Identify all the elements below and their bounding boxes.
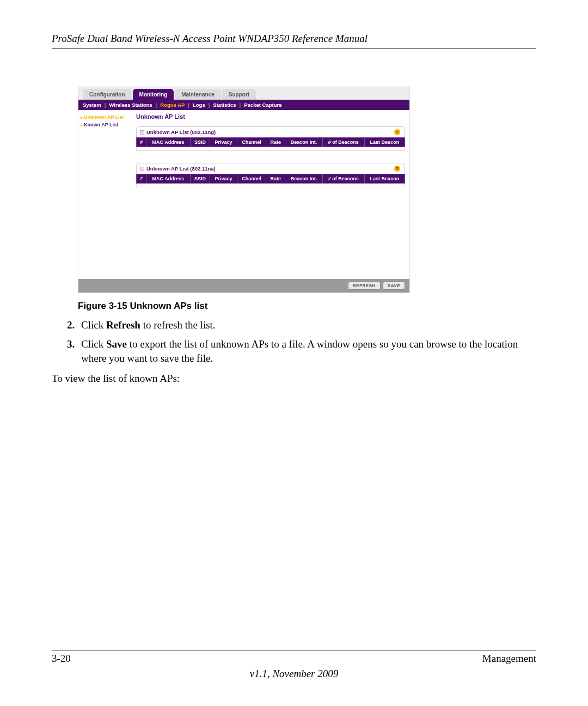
col-num: # (137, 138, 146, 147)
col-mac: MAC Address (146, 174, 190, 184)
step-text-bold: Save (106, 338, 127, 350)
panel-header: Unknown AP List (802.11na) ? (136, 163, 405, 174)
col-rate: Rate (266, 174, 285, 184)
caret-icon: ▸ (81, 123, 83, 127)
separator-icon: | (188, 102, 189, 108)
doc-footer: 3-20 Management v1.1, November 2009 (52, 650, 536, 680)
step-text-bold: Refresh (106, 319, 140, 331)
col-beacons-num: # of Beacons (322, 138, 364, 147)
screenshot-footer: REFRESH SAVE (78, 279, 409, 293)
panel-title-text: Unknown AP List (802.11ng) (146, 129, 216, 135)
subnav-wireless-stations[interactable]: Wireless Stations (109, 102, 152, 108)
step-number: 3. (67, 337, 81, 366)
subnav-packet-capture[interactable]: Packet Capture (244, 102, 281, 108)
sidebar-label: Unknown AP List (84, 114, 124, 120)
step-text: Click Save to export the list of unknown… (81, 337, 536, 366)
step-text-part: to export the list of unknown APs to a f… (81, 338, 518, 364)
col-channel: Channel (237, 174, 266, 184)
col-beacon-int: Beacon Int. (285, 174, 322, 184)
step-2: 2. Click Refresh to refresh the list. (67, 318, 536, 333)
table-empty-row (137, 147, 405, 151)
col-num: # (137, 174, 146, 184)
tab-configuration[interactable]: Configuration (83, 89, 132, 100)
separator-icon: | (240, 102, 241, 108)
sub-nav: System | Wireless Stations | Rogue AP | … (78, 100, 409, 110)
screenshot-body: ▸Unknown AP List ▸Known AP List Unknown … (78, 110, 409, 279)
subnav-logs[interactable]: Logs (193, 102, 205, 108)
col-ssid: SSID (190, 174, 210, 184)
panel-toggle-icon[interactable] (140, 130, 144, 135)
doc-header-title: ProSafe Dual Band Wireless-N Access Poin… (52, 33, 536, 48)
col-ssid: SSID (190, 138, 210, 147)
tab-support[interactable]: Support (222, 89, 256, 100)
sidebar-item-unknown-ap[interactable]: ▸Unknown AP List (81, 114, 131, 120)
step-list: 2. Click Refresh to refresh the list. 3.… (67, 318, 536, 366)
help-icon[interactable]: ? (394, 129, 400, 135)
col-privacy: Privacy (210, 138, 237, 147)
panel-header: Unknown AP List (802.11ng) ? (136, 126, 405, 137)
refresh-button[interactable]: REFRESH (348, 282, 381, 290)
step-number: 2. (67, 318, 81, 333)
separator-icon: | (209, 102, 210, 108)
caret-icon: ▸ (81, 115, 83, 120)
figure-caption: Figure 3-15 Unknown APs list (78, 301, 536, 312)
subnav-statistics[interactable]: Statistics (213, 102, 236, 108)
table-empty-row (137, 184, 405, 187)
panel-toggle-icon[interactable] (140, 167, 144, 171)
col-mac: MAC Address (146, 138, 190, 147)
col-channel: Channel (237, 138, 266, 147)
page-number: 3-20 (52, 653, 71, 665)
col-last-beacon: Last Beacon (364, 174, 405, 184)
separator-icon: | (156, 102, 157, 108)
col-rate: Rate (266, 138, 285, 147)
panel-80211ng: Unknown AP List (802.11ng) ? # MAC Addre… (136, 126, 405, 151)
table-80211ng: # MAC Address SSID Privacy Channel Rate … (136, 137, 405, 151)
tab-maintenance[interactable]: Maintenance (175, 89, 221, 100)
step-text: Click Refresh to refresh the list. (81, 318, 536, 333)
col-beacon-int: Beacon Int. (285, 138, 322, 147)
col-privacy: Privacy (210, 174, 237, 184)
col-last-beacon: Last Beacon (364, 138, 405, 147)
top-tabs: Configuration Monitoring Maintenance Sup… (78, 87, 409, 100)
tab-monitoring[interactable]: Monitoring (133, 89, 174, 100)
step-text-part: Click (81, 338, 106, 350)
panel-title-text: Unknown AP List (802.11na) (146, 166, 216, 172)
body-paragraph: To view the list of known APs: (52, 372, 536, 386)
doc-version: v1.1, November 2009 (52, 668, 536, 680)
save-button[interactable]: SAVE (383, 282, 405, 290)
sidebar-label: Known AP List (84, 122, 118, 127)
main-panel: Unknown AP List Unknown AP List (802.11n… (133, 110, 409, 279)
sidebar: ▸Unknown AP List ▸Known AP List (78, 110, 133, 279)
panel-title: Unknown AP List (136, 113, 405, 120)
section-name: Management (482, 653, 536, 665)
sidebar-item-known-ap[interactable]: ▸Known AP List (81, 122, 131, 127)
screenshot-figure: Configuration Monitoring Maintenance Sup… (78, 87, 410, 293)
subnav-rogue-ap[interactable]: Rogue AP (160, 102, 185, 108)
table-80211na: # MAC Address SSID Privacy Channel Rate … (136, 174, 405, 187)
subnav-system[interactable]: System (83, 102, 101, 108)
col-beacons-num: # of Beacons (322, 174, 364, 184)
step-3: 3. Click Save to export the list of unkn… (67, 337, 536, 366)
separator-icon: | (105, 102, 106, 108)
step-text-part: to refresh the list. (140, 319, 216, 331)
step-text-part: Click (81, 319, 106, 331)
panel-80211na: Unknown AP List (802.11na) ? # MAC Addre… (136, 163, 405, 187)
help-icon[interactable]: ? (394, 166, 400, 172)
